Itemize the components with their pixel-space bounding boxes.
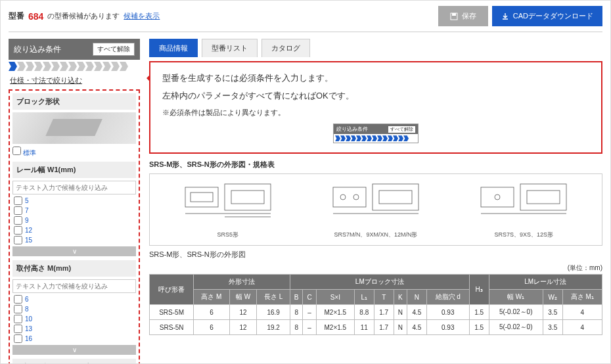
tab-info[interactable]: 商品情報 bbox=[149, 39, 198, 57]
svg-rect-17 bbox=[527, 191, 560, 204]
table-row: SRS-5M61216.98–M2×1.58.81.7N4.50.931.55(… bbox=[150, 305, 602, 320]
section-block-shape: ブロック形状 bbox=[12, 93, 136, 110]
clear-all-button[interactable]: すべて解除 bbox=[93, 43, 135, 56]
save-button-label: 保存 bbox=[462, 11, 476, 21]
callout-line1: 型番を生成するには必須条件を入力します。 bbox=[162, 72, 589, 85]
rail-expand[interactable]: ∨ bbox=[12, 246, 136, 256]
filter-highlight-box: ブロック形状 標準 レール幅 W1(mm) 5 7 9 12 15 ∨ 取付高さ… bbox=[9, 89, 140, 364]
save-icon bbox=[450, 12, 458, 20]
candidate-suffix: の型番候補があります bbox=[47, 11, 120, 21]
diagram-heading: SRS-M形、SRS-N形の外形図・規格表 bbox=[149, 160, 602, 170]
spec-table: 呼び形番 外形寸法 LMブロック寸法 H₃ LMレール寸法 高さ M幅 W長さ … bbox=[149, 274, 602, 335]
filter-header: 絞り込み条件 すべて解除 bbox=[9, 39, 140, 60]
standard-label: 標準 bbox=[23, 149, 36, 156]
height-filter-input[interactable] bbox=[12, 279, 136, 293]
callout-note: ※必須条件は製品により異なります。 bbox=[162, 107, 589, 119]
mini-filter-preview: 絞り込み条件すべて解除 bbox=[333, 124, 419, 143]
model-label: 型番 bbox=[9, 11, 24, 22]
svg-rect-14 bbox=[481, 187, 514, 207]
tab-list[interactable]: 型番リスト bbox=[202, 39, 258, 57]
svg-point-9 bbox=[340, 194, 346, 200]
svg-rect-16 bbox=[520, 184, 566, 210]
standard-checkbox[interactable] bbox=[12, 147, 21, 155]
save-button[interactable]: 保存 bbox=[438, 6, 488, 26]
download-icon bbox=[501, 12, 509, 20]
svg-rect-8 bbox=[333, 187, 366, 207]
tab-catalog[interactable]: カタログ bbox=[261, 39, 310, 57]
rail-filter-input[interactable] bbox=[12, 181, 136, 194]
filter-option[interactable]: 10 bbox=[12, 314, 136, 324]
section-rail-width: レール幅 W1(mm) bbox=[12, 162, 136, 178]
svg-rect-4 bbox=[225, 184, 271, 210]
svg-rect-2 bbox=[185, 187, 218, 207]
diagram-caption: SRS-M形、SRS-N形の外形図 bbox=[149, 250, 602, 260]
height-expand[interactable]: ∨ bbox=[12, 345, 136, 355]
filter-option[interactable]: 15 bbox=[12, 235, 136, 245]
filter-option[interactable]: 5 bbox=[12, 196, 136, 206]
progress-chevrons bbox=[9, 60, 140, 73]
svg-rect-1 bbox=[452, 13, 456, 16]
svg-point-15 bbox=[495, 194, 500, 200]
block-shape-thumbnail[interactable] bbox=[12, 112, 136, 144]
svg-rect-12 bbox=[379, 191, 412, 204]
filter-subhead[interactable]: 仕様・寸法で絞り込む bbox=[9, 73, 140, 88]
candidate-count: 684 bbox=[28, 11, 43, 22]
download-button-label: CADデータダウンロード bbox=[513, 11, 593, 21]
filter-option[interactable]: 7 bbox=[12, 206, 136, 216]
svg-rect-5 bbox=[231, 191, 264, 204]
filter-option[interactable]: 8 bbox=[12, 304, 136, 314]
filter-option[interactable]: 6 bbox=[12, 294, 136, 304]
table-row: SRS-5N61219.28–M2×1.5111.7N4.50.931.55(-… bbox=[150, 320, 602, 335]
show-candidates-link[interactable]: 候補を表示 bbox=[124, 11, 160, 21]
section-height: 取付高さ M(mm) bbox=[12, 260, 136, 277]
section-combine: 1軸に組合わせるLMブロックの個数 bbox=[12, 359, 136, 364]
svg-point-10 bbox=[353, 194, 359, 200]
filter-title: 絞り込み条件 bbox=[14, 44, 61, 55]
filter-option[interactable]: 9 bbox=[12, 216, 136, 225]
callout-line2: 左枠内のパラメータがすべて青になればOKです。 bbox=[162, 89, 589, 103]
unit-label: (単位：mm) bbox=[149, 263, 602, 273]
download-button[interactable]: CADデータダウンロード bbox=[492, 6, 602, 26]
filter-option[interactable]: 12 bbox=[12, 225, 136, 235]
filter-option[interactable]: 16 bbox=[12, 334, 136, 344]
svg-rect-3 bbox=[191, 193, 213, 202]
filter-option[interactable]: 13 bbox=[12, 324, 136, 334]
instruction-callout: 型番を生成するには必須条件を入力します。 左枠内のパラメータがすべて青になればO… bbox=[149, 61, 602, 154]
svg-rect-11 bbox=[373, 184, 419, 210]
outline-diagram: SRS5形 SRS7M/N、9XM/XN、12M/N形 SRS7S、9XS、12… bbox=[149, 173, 602, 246]
